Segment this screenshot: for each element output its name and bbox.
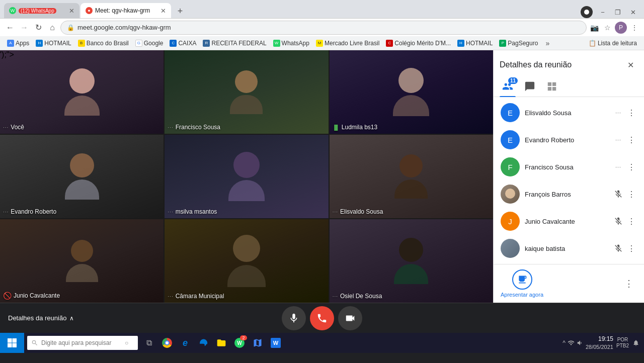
whatsapp-close[interactable]: ✕ — [69, 7, 74, 15]
tab-whatsapp[interactable]: W (12) WhatsApp ✕ — [4, 3, 79, 18]
label-elisvaldo: ··· Elisvaldo Sousa — [333, 208, 383, 215]
present-svg-icon — [517, 275, 527, 285]
avatar-francois — [501, 185, 520, 204]
participant-item-elisvaldo: E Elisvaldo Sousa ··· ⋮ — [494, 99, 644, 126]
dots-btn-elisvaldo[interactable]: ··· — [612, 106, 625, 119]
tab-bar: W (12) WhatsApp ✕ ● Meet: qgv-hkaw-grm ✕… — [0, 0, 644, 18]
close-button[interactable]: ✕ — [626, 7, 640, 17]
url-text: meet.google.com/qgv-hkaw-grm — [77, 24, 171, 31]
bottom-left-details[interactable]: Detalhes da reunião ∧ — [8, 314, 74, 322]
video-cell-junio: 🚫 Junio Cavalcante — [0, 219, 164, 303]
lock-icon: 🔒 — [67, 24, 74, 31]
meet-close[interactable]: ✕ — [160, 7, 166, 15]
more-btn-francois[interactable]: ⋮ — [626, 189, 637, 200]
bookmarks-more[interactable]: » — [543, 39, 551, 47]
start-button[interactable] — [0, 333, 24, 353]
video-control-button[interactable] — [338, 306, 362, 330]
video-cell-ludmila: ▐▌ Ludmila bs13 — [330, 50, 493, 134]
actions-kaique: ⋮ — [612, 242, 637, 255]
chevron-tray[interactable]: ^ — [562, 339, 566, 346]
bookmark-hotmail-1[interactable]: H HOTMAIL — [33, 39, 74, 48]
chat-icon — [524, 81, 535, 92]
avatar-francisco: F — [501, 157, 520, 176]
edge-icon — [198, 338, 208, 348]
panel-tabs: 11 — [494, 76, 644, 97]
svg-rect-0 — [8, 338, 12, 343]
bookmark-caixa[interactable]: C CAIXA — [167, 39, 199, 48]
extensions-icon[interactable]: ⋮ — [629, 22, 640, 33]
taskbar-edge[interactable] — [194, 333, 212, 353]
taskbar-word[interactable]: W — [267, 333, 285, 353]
forward-button[interactable]: → — [18, 22, 30, 34]
taskbar-chrome[interactable] — [158, 333, 176, 353]
back-button[interactable]: ← — [4, 22, 16, 34]
reading-list[interactable]: 📋 Lista de leitura — [586, 39, 640, 48]
dots-btn-francisco[interactable]: ··· — [612, 160, 625, 173]
notification-center[interactable] — [631, 333, 641, 353]
avatar-junio: J — [501, 212, 520, 231]
label-francisco: ··· Francisco Sousa — [168, 124, 220, 131]
more-btn-elisvaldo[interactable]: ⋮ — [626, 107, 637, 118]
bookmark-banco[interactable]: B Banco do Brasil — [75, 39, 132, 48]
clock-display[interactable]: 19:15 28/05/2021 — [586, 335, 613, 350]
bookmark-google[interactable]: G Google — [132, 39, 167, 48]
bookmark-hotmail-2[interactable]: H HOTMAIL — [454, 39, 496, 48]
star-icon[interactable]: ☆ — [602, 22, 613, 33]
tab-meet[interactable]: ● Meet: qgv-hkaw-grm ✕ — [80, 3, 171, 18]
more-btn-evandro[interactable]: ⋮ — [626, 134, 637, 145]
whatsapp-notif: (12) WhatsApp — [19, 8, 56, 14]
bookmark-mercado[interactable]: M Mercado Livre Brasil — [313, 39, 382, 48]
taskbar-taskview[interactable]: ⧉ — [140, 333, 158, 353]
taskbar-search-box[interactable]: ○ — [27, 336, 138, 350]
taskbar-ie[interactable]: e — [176, 333, 194, 353]
label-msilva: ··· msilva msantos — [168, 208, 217, 215]
mic-control-button[interactable] — [282, 306, 306, 330]
bookmark-receita[interactable]: R RECEITA FEDERAL — [200, 39, 269, 48]
camera-icon[interactable]: 📷 — [589, 22, 600, 33]
bookmark-apps[interactable]: A Apps — [4, 39, 32, 48]
minimize-button[interactable]: − — [596, 7, 610, 17]
present-button[interactable]: Apresentar agora — [501, 269, 543, 298]
taskbar-explorer[interactable] — [212, 333, 230, 353]
participants-list: E Elisvaldo Sousa ··· ⋮ E Evandro Robert… — [494, 97, 644, 264]
video-camera-icon — [345, 313, 356, 324]
mic-dots-evandro: ··· — [3, 209, 9, 215]
mic-muted-junio-panel — [612, 215, 625, 228]
label-ludmila: ▐▌ Ludmila bs13 — [333, 124, 378, 131]
network-icon — [568, 339, 575, 346]
panel-close-button[interactable]: ✕ — [623, 57, 638, 72]
actions-junio: ⋮ — [612, 215, 637, 228]
microphone-icon — [288, 313, 299, 324]
tab-chat[interactable] — [520, 76, 540, 97]
mic-off-icon-junio — [614, 217, 623, 226]
panel-bottom-more[interactable]: ⋮ — [621, 276, 637, 292]
bookmark-whatsapp[interactable]: W WhatsApp — [270, 39, 312, 48]
home-button[interactable]: ⌂ — [46, 22, 58, 34]
dots-btn-evandro[interactable]: ··· — [612, 133, 625, 146]
explorer-icon — [216, 338, 226, 348]
video-cell-you: ');"> ··· Você — [0, 50, 164, 134]
bookmark-pagseguro[interactable]: P PagSeguro — [496, 39, 541, 48]
name-francisco: Francisco Sousa — [525, 163, 607, 171]
taskbar-search-input[interactable] — [41, 339, 122, 346]
actions-francois: ⋮ — [612, 188, 637, 201]
cortana-icon[interactable]: ○ — [125, 339, 128, 346]
maximize-button[interactable]: ❐ — [611, 7, 625, 17]
mic-off-icon-kaique — [614, 244, 623, 253]
reload-button[interactable]: ↻ — [32, 22, 44, 34]
more-btn-francisco[interactable]: ⋮ — [626, 161, 637, 172]
layout-icon — [546, 81, 557, 92]
mic-dots-camara: ··· — [168, 294, 173, 299]
tab-layout[interactable] — [542, 76, 562, 97]
more-btn-kaique[interactable]: ⋮ — [626, 243, 637, 254]
tab-people[interactable]: 11 — [498, 76, 518, 97]
taskbar-whatsapp-notif[interactable]: W 2 — [230, 333, 249, 353]
end-call-button[interactable] — [310, 306, 334, 330]
new-tab-button[interactable]: + — [173, 4, 187, 18]
url-bar[interactable]: 🔒 meet.google.com/qgv-hkaw-grm — [60, 21, 587, 35]
details-label: Detalhes da reunião — [8, 314, 66, 322]
taskbar-maps[interactable] — [249, 333, 267, 353]
profile-avatar[interactable]: P — [615, 22, 627, 34]
more-btn-junio[interactable]: ⋮ — [626, 216, 637, 227]
bookmark-colegio[interactable]: C Colégio Mérito D'M... — [383, 39, 454, 48]
